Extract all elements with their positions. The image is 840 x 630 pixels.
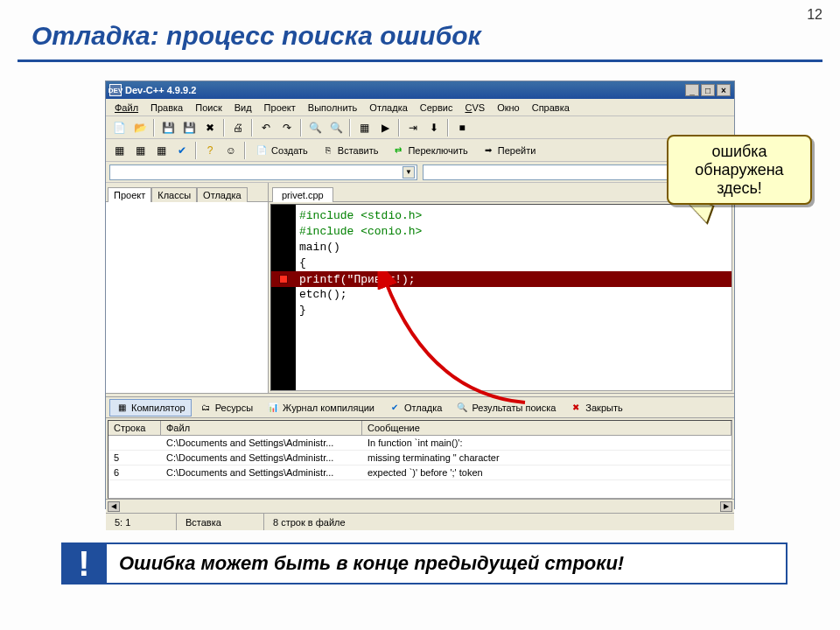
compile-icon[interactable]: ▦ xyxy=(354,118,374,137)
tab-log[interactable]: 📊Журнал компиляции xyxy=(261,399,381,416)
project-tree[interactable] xyxy=(106,202,268,393)
side-tab-classes[interactable]: Классы xyxy=(151,187,197,202)
toolbar-main: 📄 📂 💾 💾 ✖ 🖨 ↶ ↷ 🔍 🔍 ▦ ▶ ⇥ ⬇ ■ xyxy=(106,116,734,139)
code-line: #include <stdio.h> xyxy=(299,208,732,224)
log-icon: 📊 xyxy=(267,402,279,414)
note-bar: ! Ошибка может быть в конце предыдущей с… xyxy=(61,542,788,584)
debug-into-icon[interactable]: ⬇ xyxy=(424,118,444,137)
maximize-button[interactable]: □ xyxy=(701,84,715,96)
table-row[interactable]: 5 C:\Documents and Settings\Administr...… xyxy=(108,451,732,466)
doc-icon: 📄 xyxy=(256,144,268,157)
status-mode: Вставка xyxy=(176,514,263,530)
smile-icon[interactable]: ☺ xyxy=(221,141,241,160)
table-row[interactable]: 6 C:\Documents and Settings\Administr...… xyxy=(108,466,732,480)
goto-icon: ➡ xyxy=(482,144,494,157)
output-tabs: ▦Компилятор 🗂Ресурсы 📊Журнал компиляции … xyxy=(106,397,734,418)
code-line: etch(); xyxy=(299,287,732,303)
stop-icon[interactable]: ■ xyxy=(452,118,472,137)
breakpoint-icon xyxy=(279,275,288,284)
minimize-button[interactable]: _ xyxy=(685,84,699,96)
check-icon[interactable]: ✔ xyxy=(172,141,192,160)
note-text: Ошибка может быть в конце предыдущей стр… xyxy=(107,542,788,584)
close-icon: ✖ xyxy=(570,402,582,414)
run-icon[interactable]: ▶ xyxy=(375,118,395,137)
cell-line: 5 xyxy=(108,451,161,465)
menu-debug[interactable]: Отладка xyxy=(364,101,412,115)
redo-icon[interactable]: ↷ xyxy=(277,118,297,137)
open-icon[interactable]: 📂 xyxy=(130,118,150,137)
editor-area: privet.cpp #include <stdio.h> #include <… xyxy=(269,183,734,393)
combo-row: ▼ ▼ xyxy=(106,162,734,183)
callout-error-here: ошибка обнаружена здесь! xyxy=(667,135,812,205)
col-msg[interactable]: Сообщение xyxy=(362,421,732,435)
menu-cvs[interactable]: CVS xyxy=(459,101,490,115)
code-line: #include <conio.h> xyxy=(299,224,732,240)
grid2-icon[interactable]: ▦ xyxy=(130,141,150,160)
col-file[interactable]: Файл xyxy=(161,421,362,435)
print-icon[interactable]: 🖨 xyxy=(228,118,248,137)
cell-msg: In function `int main()': xyxy=(362,436,732,450)
undo-icon[interactable]: ↶ xyxy=(256,118,276,137)
page-number: 12 xyxy=(807,7,822,23)
side-tab-debug[interactable]: Отладка xyxy=(197,187,247,202)
error-line: printf("Привет!); xyxy=(271,271,732,287)
menu-file[interactable]: Файл xyxy=(109,101,144,115)
tab-search-results[interactable]: 🔍Результаты поиска xyxy=(450,399,562,416)
h-scrollbar[interactable]: ◀ ▶ xyxy=(106,499,734,513)
check-icon: ✔ xyxy=(388,402,401,414)
create-button[interactable]: 📄Создать xyxy=(249,141,314,160)
new-file-icon[interactable]: 📄 xyxy=(109,118,129,137)
side-tab-project[interactable]: Проект xyxy=(108,187,151,202)
code-line: { xyxy=(299,256,732,271)
breakpoint-marker[interactable] xyxy=(271,271,296,287)
combo-left[interactable]: ▼ xyxy=(109,164,417,180)
window-title: Dev-C++ 4.9.9.2 xyxy=(125,85,196,95)
save-icon[interactable]: 💾 xyxy=(158,118,178,137)
goto-button[interactable]: ➡Перейти xyxy=(476,141,542,160)
menu-execute[interactable]: Выполнить xyxy=(303,101,362,115)
switch-button[interactable]: ⇄Переключить xyxy=(386,141,473,160)
table-row[interactable]: C:\Documents and Settings\Administr... I… xyxy=(108,436,732,451)
scroll-left-icon[interactable]: ◀ xyxy=(108,501,120,512)
code-editor[interactable]: #include <stdio.h> #include <conio.h> ma… xyxy=(270,204,732,391)
grid3-icon[interactable]: ▦ xyxy=(151,141,171,160)
menu-help[interactable]: Справка xyxy=(527,101,575,115)
file-tab-privet[interactable]: privet.cpp xyxy=(272,187,333,202)
menu-window[interactable]: Окно xyxy=(492,101,525,115)
title-rule xyxy=(18,60,822,62)
tab-compiler[interactable]: ▦Компилятор xyxy=(109,399,192,416)
grid-icon[interactable]: ▦ xyxy=(109,141,129,160)
col-line[interactable]: Строка xyxy=(108,421,161,435)
menu-project[interactable]: Проект xyxy=(259,101,301,115)
close-button[interactable]: × xyxy=(717,84,731,96)
help-icon[interactable]: ? xyxy=(200,141,220,160)
cell-file: C:\Documents and Settings\Administr... xyxy=(161,451,362,465)
menu-tools[interactable]: Сервис xyxy=(415,101,458,115)
menu-edit[interactable]: Правка xyxy=(145,101,188,115)
switch-icon: ⇄ xyxy=(392,144,404,157)
replace-icon[interactable]: 🔍 xyxy=(326,118,346,137)
gutter xyxy=(271,205,296,390)
save-all-icon[interactable]: 💾 xyxy=(179,118,199,137)
insert-button[interactable]: ⎘Вставить xyxy=(316,141,385,160)
app-icon: DEV xyxy=(109,84,122,96)
devcpp-window: DEV Dev-C++ 4.9.9.2 _ □ × Файл Правка По… xyxy=(105,80,735,509)
chevron-down-icon: ▼ xyxy=(402,166,415,178)
menu-search[interactable]: Поиск xyxy=(190,101,227,115)
cell-line xyxy=(108,436,161,450)
find-icon[interactable]: 🔍 xyxy=(305,118,325,137)
scroll-right-icon[interactable]: ▶ xyxy=(720,501,732,512)
file-tabs: privet.cpp xyxy=(269,183,734,202)
debug-step-icon[interactable]: ⇥ xyxy=(403,118,423,137)
compiler-grid: Строка Файл Сообщение C:\Documents and S… xyxy=(108,420,732,499)
titlebar[interactable]: DEV Dev-C++ 4.9.9.2 _ □ × xyxy=(106,81,734,99)
tab-close[interactable]: ✖Закрыть xyxy=(564,399,628,416)
close-file-icon[interactable]: ✖ xyxy=(200,118,220,137)
tab-debug-out[interactable]: ✔Отладка xyxy=(382,399,448,416)
resources-icon: 🗂 xyxy=(200,402,212,414)
slide-title: Отладка: процесс поиска ошибок xyxy=(32,21,481,51)
menu-view[interactable]: Вид xyxy=(229,101,257,115)
note-bang-icon: ! xyxy=(61,542,107,584)
cell-line: 6 xyxy=(108,466,161,480)
tab-resources[interactable]: 🗂Ресурсы xyxy=(193,399,259,416)
